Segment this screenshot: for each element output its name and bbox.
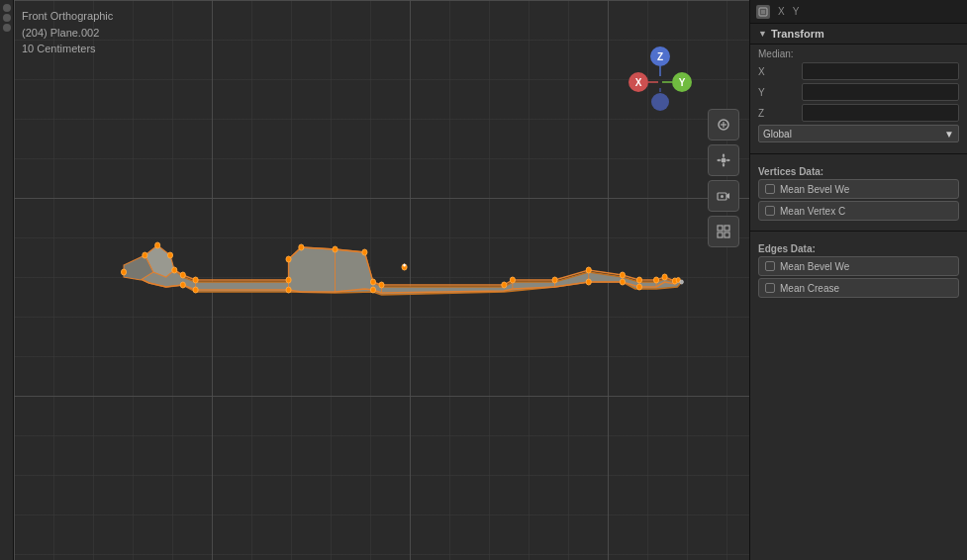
svg-point-46 <box>286 277 291 283</box>
svg-point-55 <box>403 264 406 267</box>
svg-point-61 <box>636 277 641 283</box>
panel-header-bar: X Y <box>750 0 967 24</box>
svg-point-47 <box>286 287 291 293</box>
panel-icon-1 <box>756 5 770 19</box>
mean-bevel-edge-button[interactable]: Mean Bevel We <box>758 256 959 276</box>
y-field[interactable] <box>802 83 959 101</box>
svg-point-69 <box>680 280 683 284</box>
svg-point-42 <box>180 282 185 288</box>
svg-point-65 <box>620 279 625 285</box>
svg-point-62 <box>653 277 658 283</box>
transform-section-header[interactable]: ▼ Transform <box>750 24 967 45</box>
z-label: Z <box>758 108 798 119</box>
mean-bevel-weight-check <box>765 184 775 194</box>
median-row: Median: <box>758 48 959 59</box>
y-prop-row: Y <box>758 83 959 101</box>
svg-point-64 <box>636 284 641 290</box>
svg-point-51 <box>370 279 375 285</box>
mean-crease-button[interactable]: Mean Crease <box>758 278 959 298</box>
header-x-label: X <box>778 6 785 17</box>
svg-point-48 <box>299 244 304 250</box>
toolbar-dot-1 <box>3 4 11 12</box>
svg-point-38 <box>155 242 160 248</box>
svg-point-43 <box>193 277 198 283</box>
svg-point-60 <box>620 272 625 278</box>
toolbar-dot-2 <box>3 14 11 22</box>
x-label: X <box>758 66 798 77</box>
svg-point-49 <box>333 246 338 252</box>
svg-point-40 <box>172 267 177 273</box>
edges-section: Edges Data: Mean Bevel We Mean Crease <box>750 235 967 304</box>
svg-point-39 <box>167 252 172 258</box>
vertices-section: Vertices Data: Mean Bevel We Mean Vertex… <box>750 158 967 227</box>
divider-2 <box>750 231 967 232</box>
transform-content: Median: X Y Z Global ▼ <box>750 45 967 149</box>
edges-label: Edges Data: <box>758 243 959 254</box>
svg-point-45 <box>286 256 291 262</box>
mean-bevel-weight-vertex-label: Mean Bevel We <box>780 184 849 195</box>
svg-point-59 <box>586 267 591 273</box>
vertices-label: Vertices Data: <box>758 166 959 177</box>
mean-bevel-edge-check <box>765 261 775 271</box>
left-toolbar <box>0 0 14 560</box>
svg-point-66 <box>586 279 591 285</box>
global-dropdown-icon: ▼ <box>944 129 954 140</box>
toolbar-dot-3 <box>3 24 11 32</box>
transform-arrow: ▼ <box>758 29 767 39</box>
svg-point-52 <box>370 287 375 293</box>
svg-point-44 <box>193 287 198 293</box>
z-field[interactable] <box>802 104 959 122</box>
svg-point-53 <box>379 282 384 288</box>
svg-point-37 <box>143 252 147 258</box>
divider-1 <box>750 153 967 154</box>
x-field[interactable] <box>802 62 959 80</box>
global-row: Global ▼ <box>758 125 959 142</box>
svg-rect-70 <box>759 8 767 16</box>
viewport[interactable]: Front Orthographic (204) Plane.002 10 Ce… <box>14 0 749 560</box>
mean-vertex-crease-label: Mean Vertex C <box>780 206 845 217</box>
mean-bevel-edge-label: Mean Bevel We <box>780 261 849 272</box>
svg-point-58 <box>552 277 557 283</box>
median-label: Median: <box>758 48 798 59</box>
transform-label: Transform <box>771 28 824 40</box>
global-label: Global <box>763 129 792 140</box>
z-prop-row: Z <box>758 104 959 122</box>
mean-vertex-crease-check <box>765 206 775 216</box>
right-panel: X Y ▼ Transform Median: X Y Z Global <box>749 0 967 560</box>
mean-crease-label: Mean Crease <box>780 283 839 294</box>
mesh-viewport <box>14 0 749 560</box>
svg-point-50 <box>362 249 367 255</box>
y-label: Y <box>758 87 798 98</box>
global-dropdown[interactable]: Global ▼ <box>758 125 959 142</box>
svg-point-56 <box>502 282 507 288</box>
svg-point-63 <box>662 274 667 280</box>
svg-point-41 <box>180 272 185 278</box>
mean-vertex-crease-button[interactable]: Mean Vertex C <box>758 201 959 221</box>
panel-header-icons <box>756 5 770 19</box>
x-prop-row: X <box>758 62 959 80</box>
header-y-label: Y <box>793 6 800 17</box>
svg-point-57 <box>510 277 515 283</box>
svg-point-36 <box>121 269 126 275</box>
mean-crease-check <box>765 283 775 293</box>
mean-bevel-weight-vertex-button[interactable]: Mean Bevel We <box>758 179 959 199</box>
